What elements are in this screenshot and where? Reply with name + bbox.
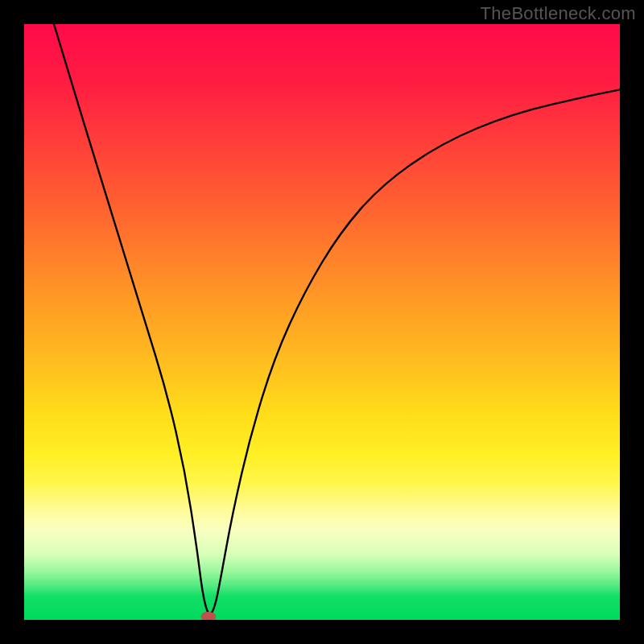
optimal-point-marker [201, 612, 216, 620]
bottleneck-curve [24, 24, 620, 620]
curve-path [54, 24, 620, 613]
chart-frame: TheBottleneck.com [0, 0, 644, 644]
plot-area [24, 24, 620, 620]
watermark-text: TheBottleneck.com [481, 3, 636, 24]
